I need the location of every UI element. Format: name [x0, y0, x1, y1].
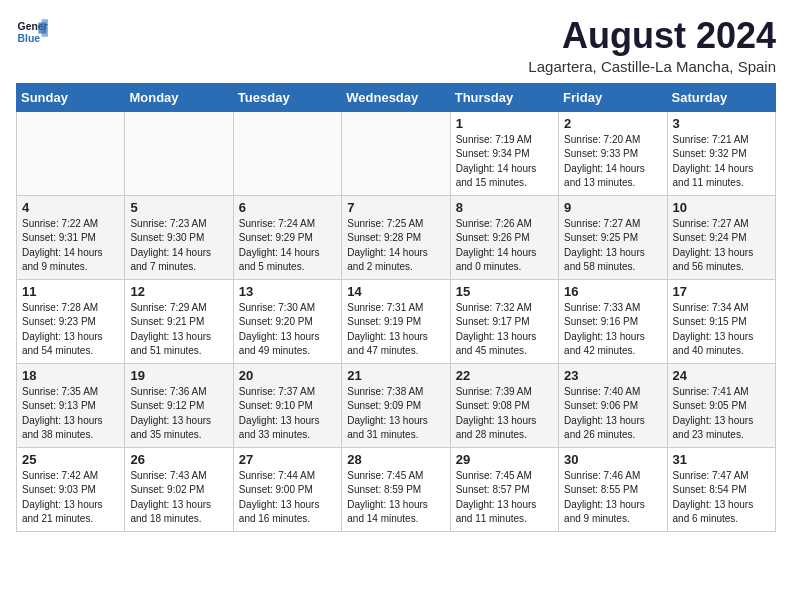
day-info: Sunrise: 7:25 AM Sunset: 9:28 PM Dayligh…: [347, 217, 444, 275]
calendar-cell: 19Sunrise: 7:36 AM Sunset: 9:12 PM Dayli…: [125, 363, 233, 447]
day-number: 29: [456, 452, 553, 467]
calendar-cell: 10Sunrise: 7:27 AM Sunset: 9:24 PM Dayli…: [667, 195, 775, 279]
day-number: 1: [456, 116, 553, 131]
day-number: 28: [347, 452, 444, 467]
day-info: Sunrise: 7:35 AM Sunset: 9:13 PM Dayligh…: [22, 385, 119, 443]
day-info: Sunrise: 7:47 AM Sunset: 8:54 PM Dayligh…: [673, 469, 770, 527]
day-info: Sunrise: 7:45 AM Sunset: 8:57 PM Dayligh…: [456, 469, 553, 527]
weekday-header-tuesday: Tuesday: [233, 83, 341, 111]
day-info: Sunrise: 7:44 AM Sunset: 9:00 PM Dayligh…: [239, 469, 336, 527]
day-info: Sunrise: 7:23 AM Sunset: 9:30 PM Dayligh…: [130, 217, 227, 275]
day-number: 24: [673, 368, 770, 383]
weekday-header-friday: Friday: [559, 83, 667, 111]
calendar-cell: 5Sunrise: 7:23 AM Sunset: 9:30 PM Daylig…: [125, 195, 233, 279]
calendar-week-row: 11Sunrise: 7:28 AM Sunset: 9:23 PM Dayli…: [17, 279, 776, 363]
calendar-cell: 8Sunrise: 7:26 AM Sunset: 9:26 PM Daylig…: [450, 195, 558, 279]
calendar-week-row: 1Sunrise: 7:19 AM Sunset: 9:34 PM Daylig…: [17, 111, 776, 195]
day-number: 11: [22, 284, 119, 299]
calendar-cell: 18Sunrise: 7:35 AM Sunset: 9:13 PM Dayli…: [17, 363, 125, 447]
day-number: 30: [564, 452, 661, 467]
svg-text:Blue: Blue: [18, 33, 41, 44]
day-number: 10: [673, 200, 770, 215]
day-info: Sunrise: 7:46 AM Sunset: 8:55 PM Dayligh…: [564, 469, 661, 527]
day-number: 3: [673, 116, 770, 131]
day-info: Sunrise: 7:21 AM Sunset: 9:32 PM Dayligh…: [673, 133, 770, 191]
calendar-week-row: 4Sunrise: 7:22 AM Sunset: 9:31 PM Daylig…: [17, 195, 776, 279]
day-number: 4: [22, 200, 119, 215]
day-number: 13: [239, 284, 336, 299]
calendar-cell: 30Sunrise: 7:46 AM Sunset: 8:55 PM Dayli…: [559, 447, 667, 531]
calendar-cell: 29Sunrise: 7:45 AM Sunset: 8:57 PM Dayli…: [450, 447, 558, 531]
day-info: Sunrise: 7:40 AM Sunset: 9:06 PM Dayligh…: [564, 385, 661, 443]
calendar-cell: 25Sunrise: 7:42 AM Sunset: 9:03 PM Dayli…: [17, 447, 125, 531]
day-number: 31: [673, 452, 770, 467]
day-info: Sunrise: 7:42 AM Sunset: 9:03 PM Dayligh…: [22, 469, 119, 527]
calendar-cell: 3Sunrise: 7:21 AM Sunset: 9:32 PM Daylig…: [667, 111, 775, 195]
day-info: Sunrise: 7:43 AM Sunset: 9:02 PM Dayligh…: [130, 469, 227, 527]
calendar-cell: 17Sunrise: 7:34 AM Sunset: 9:15 PM Dayli…: [667, 279, 775, 363]
svg-marker-3: [42, 19, 48, 37]
day-info: Sunrise: 7:20 AM Sunset: 9:33 PM Dayligh…: [564, 133, 661, 191]
weekday-header-thursday: Thursday: [450, 83, 558, 111]
day-number: 9: [564, 200, 661, 215]
day-number: 17: [673, 284, 770, 299]
weekday-header-wednesday: Wednesday: [342, 83, 450, 111]
weekday-header-saturday: Saturday: [667, 83, 775, 111]
calendar-cell: 14Sunrise: 7:31 AM Sunset: 9:19 PM Dayli…: [342, 279, 450, 363]
calendar-cell: 12Sunrise: 7:29 AM Sunset: 9:21 PM Dayli…: [125, 279, 233, 363]
day-info: Sunrise: 7:27 AM Sunset: 9:24 PM Dayligh…: [673, 217, 770, 275]
calendar-cell: [342, 111, 450, 195]
day-info: Sunrise: 7:41 AM Sunset: 9:05 PM Dayligh…: [673, 385, 770, 443]
logo: General Blue: [16, 16, 48, 48]
day-info: Sunrise: 7:32 AM Sunset: 9:17 PM Dayligh…: [456, 301, 553, 359]
day-info: Sunrise: 7:22 AM Sunset: 9:31 PM Dayligh…: [22, 217, 119, 275]
calendar-cell: 26Sunrise: 7:43 AM Sunset: 9:02 PM Dayli…: [125, 447, 233, 531]
day-number: 12: [130, 284, 227, 299]
day-number: 22: [456, 368, 553, 383]
calendar-cell: 15Sunrise: 7:32 AM Sunset: 9:17 PM Dayli…: [450, 279, 558, 363]
calendar-cell: 22Sunrise: 7:39 AM Sunset: 9:08 PM Dayli…: [450, 363, 558, 447]
calendar-cell: 27Sunrise: 7:44 AM Sunset: 9:00 PM Dayli…: [233, 447, 341, 531]
day-info: Sunrise: 7:29 AM Sunset: 9:21 PM Dayligh…: [130, 301, 227, 359]
day-info: Sunrise: 7:39 AM Sunset: 9:08 PM Dayligh…: [456, 385, 553, 443]
day-number: 18: [22, 368, 119, 383]
logo-icon: General Blue: [16, 16, 48, 48]
calendar-cell: 21Sunrise: 7:38 AM Sunset: 9:09 PM Dayli…: [342, 363, 450, 447]
calendar-cell: 11Sunrise: 7:28 AM Sunset: 9:23 PM Dayli…: [17, 279, 125, 363]
day-number: 2: [564, 116, 661, 131]
month-year-title: August 2024: [528, 16, 776, 56]
day-number: 20: [239, 368, 336, 383]
calendar-cell: 7Sunrise: 7:25 AM Sunset: 9:28 PM Daylig…: [342, 195, 450, 279]
calendar-cell: 9Sunrise: 7:27 AM Sunset: 9:25 PM Daylig…: [559, 195, 667, 279]
day-info: Sunrise: 7:19 AM Sunset: 9:34 PM Dayligh…: [456, 133, 553, 191]
day-number: 5: [130, 200, 227, 215]
day-info: Sunrise: 7:45 AM Sunset: 8:59 PM Dayligh…: [347, 469, 444, 527]
location-subtitle: Lagartera, Castille-La Mancha, Spain: [528, 58, 776, 75]
calendar-cell: [233, 111, 341, 195]
day-info: Sunrise: 7:38 AM Sunset: 9:09 PM Dayligh…: [347, 385, 444, 443]
calendar-cell: 4Sunrise: 7:22 AM Sunset: 9:31 PM Daylig…: [17, 195, 125, 279]
title-section: August 2024 Lagartera, Castille-La Manch…: [528, 16, 776, 75]
calendar-cell: 24Sunrise: 7:41 AM Sunset: 9:05 PM Dayli…: [667, 363, 775, 447]
day-info: Sunrise: 7:31 AM Sunset: 9:19 PM Dayligh…: [347, 301, 444, 359]
day-info: Sunrise: 7:26 AM Sunset: 9:26 PM Dayligh…: [456, 217, 553, 275]
day-info: Sunrise: 7:34 AM Sunset: 9:15 PM Dayligh…: [673, 301, 770, 359]
calendar-cell: 6Sunrise: 7:24 AM Sunset: 9:29 PM Daylig…: [233, 195, 341, 279]
calendar-cell: 13Sunrise: 7:30 AM Sunset: 9:20 PM Dayli…: [233, 279, 341, 363]
day-number: 25: [22, 452, 119, 467]
day-number: 6: [239, 200, 336, 215]
calendar-cell: 23Sunrise: 7:40 AM Sunset: 9:06 PM Dayli…: [559, 363, 667, 447]
calendar-cell: 28Sunrise: 7:45 AM Sunset: 8:59 PM Dayli…: [342, 447, 450, 531]
calendar-cell: 1Sunrise: 7:19 AM Sunset: 9:34 PM Daylig…: [450, 111, 558, 195]
calendar-cell: [125, 111, 233, 195]
day-info: Sunrise: 7:33 AM Sunset: 9:16 PM Dayligh…: [564, 301, 661, 359]
weekday-header-monday: Monday: [125, 83, 233, 111]
day-info: Sunrise: 7:24 AM Sunset: 9:29 PM Dayligh…: [239, 217, 336, 275]
day-number: 14: [347, 284, 444, 299]
page-header: General Blue August 2024 Lagartera, Cast…: [16, 16, 776, 75]
calendar-cell: 20Sunrise: 7:37 AM Sunset: 9:10 PM Dayli…: [233, 363, 341, 447]
day-number: 19: [130, 368, 227, 383]
day-number: 8: [456, 200, 553, 215]
day-info: Sunrise: 7:28 AM Sunset: 9:23 PM Dayligh…: [22, 301, 119, 359]
calendar-week-row: 25Sunrise: 7:42 AM Sunset: 9:03 PM Dayli…: [17, 447, 776, 531]
